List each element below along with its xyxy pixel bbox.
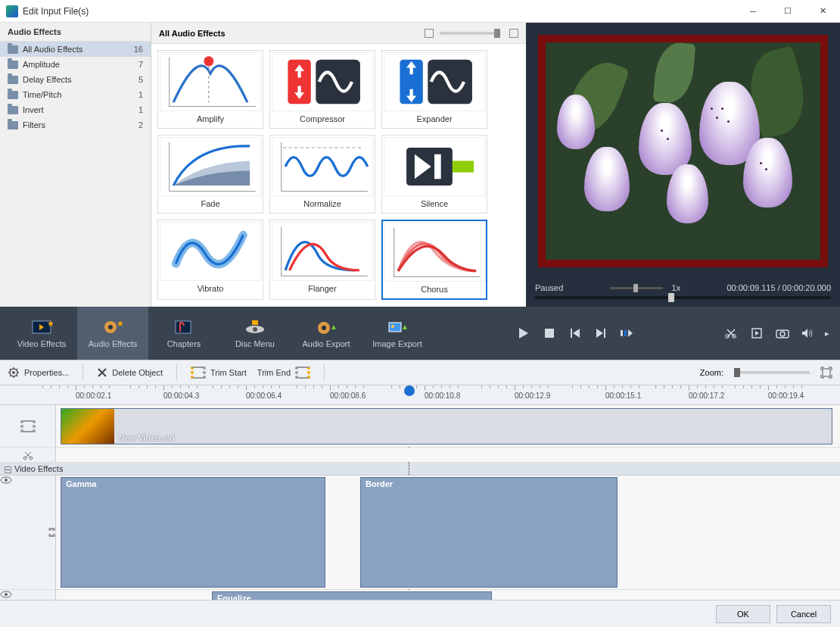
svg-marker-46 [802,329,807,338]
svg-point-55 [5,593,8,596]
svg-marker-39 [628,329,633,337]
effects-gallery: All Audio Effects AmplifyCompressorExpan… [151,23,526,307]
svg-marker-34 [573,329,580,338]
folder-icon [8,61,18,69]
stop-button[interactable] [540,324,558,342]
effect-thumb [272,52,373,111]
maximize-button[interactable]: ☐ [770,0,805,23]
svg-point-48 [12,371,15,374]
effect-track: Gamma Border [0,476,840,590]
eye-icon[interactable] [0,476,45,589]
svg-rect-49 [823,369,830,376]
speed-slider[interactable] [610,287,663,289]
effect-thumb [272,222,373,281]
time-position: 00:00:09.115 [726,283,775,292]
svg-marker-27 [331,325,336,329]
seek-bar[interactable] [535,296,831,299]
folder-icon [8,91,18,99]
effect-card-vibrato[interactable]: Vibrato [157,220,263,300]
svg-rect-36 [604,329,605,338]
svg-rect-38 [624,330,627,336]
close-button[interactable]: ✕ [805,0,840,23]
timeline: 00:00:02.100:00:04.300:00:06.400:00:08.6… [0,385,840,627]
zoom-slider[interactable] [734,371,810,374]
effect-gamma[interactable]: Gamma [61,477,325,588]
ribbon-tab-audio-export[interactable]: Audio Export [291,307,362,360]
grid-small-icon[interactable] [425,29,434,38]
preview-video[interactable] [538,35,828,267]
svg-point-26 [322,326,326,330]
step-button[interactable] [618,324,636,342]
scissors-icon [23,450,33,460]
ribbon-tab-chapters[interactable]: Chapters [148,307,219,360]
timeline-toolbar: Properties... Delete Object Trim Start T… [0,360,840,385]
titlebar: Edit Input File(s) ─ ☐ ✕ [0,0,840,23]
film-icon [20,420,36,432]
effect-border[interactable]: Border [360,477,618,588]
effect-card-compressor[interactable]: Compressor [269,50,375,129]
sidebar-item-time-pitch[interactable]: Time/Pitch1 [0,87,151,102]
cut-track [0,448,840,463]
svg-rect-33 [571,329,572,338]
fullscreen-icon[interactable] [748,324,766,342]
tab-icon: ★ [30,318,53,336]
ribbon-tab-video-effects[interactable]: ★Video Effects [6,307,77,360]
grid-large-icon[interactable] [509,29,518,38]
sidebar-item-all-audio-effects[interactable]: All Audio Effects16 [0,42,151,57]
fit-icon[interactable] [820,367,832,379]
effect-card-fade[interactable]: Fade [157,135,263,214]
minimize-button[interactable]: ─ [736,0,770,23]
film-icon [48,528,55,537]
ok-button[interactable]: OK [716,605,770,623]
cut-icon[interactable] [722,324,740,342]
sidebar-item-amplitude[interactable]: Amplitude7 [0,57,151,72]
sidebar-item-filters[interactable]: Filters2 [0,117,151,133]
effect-card-normalize[interactable]: Normalize [269,135,375,214]
ribbon: ★Video Effects★Audio EffectsChaptersDisc… [0,307,840,360]
video-effects-group[interactable]: Video Effects [0,463,840,476]
effect-thumb [160,52,261,111]
folder-icon [8,45,18,54]
video-clip[interactable]: New Video.avi [61,408,832,445]
thumbnail-size-slider[interactable] [440,32,500,35]
snapshot-icon[interactable] [773,324,792,342]
sidebar-item-invert[interactable]: Invert1 [0,102,151,117]
trim-end-button[interactable]: Trim End [257,367,310,379]
effect-card-flanger[interactable]: Flanger [269,220,375,300]
volume-icon[interactable] [799,324,817,342]
tab-icon [244,318,266,336]
effect-thumb [160,222,261,281]
properties-button[interactable]: Properties... [8,367,69,379]
svg-point-53 [5,479,8,482]
ribbon-tab-image-export[interactable]: Image Export [362,307,433,360]
svg-rect-9 [428,60,472,104]
time-ruler[interactable]: 00:00:02.100:00:04.300:00:06.400:00:08.6… [0,385,840,405]
effect-thumb [160,137,261,196]
tab-icon [386,318,409,336]
svg-text:★: ★ [47,319,53,328]
window-title: Edit Input File(s) [23,6,736,17]
cancel-button[interactable]: Cancel [776,605,831,623]
prev-button[interactable] [566,324,584,342]
sidebar-item-delay-effects[interactable]: Delay Effects5 [0,72,151,87]
trim-start-button[interactable]: Trim Start [191,367,247,379]
play-button[interactable] [515,324,533,342]
effect-card-expander[interactable]: Expander [381,50,487,129]
svg-rect-32 [545,329,554,338]
svg-text:★: ★ [117,319,124,328]
tab-icon [315,318,338,336]
delete-button[interactable]: Delete Object [97,367,163,378]
svg-rect-37 [621,330,623,336]
svg-rect-28 [389,323,401,332]
effect-card-silence[interactable]: Silence [381,135,487,214]
ribbon-tab-disc-menu[interactable]: Disc Menu [219,307,291,360]
next-button[interactable] [592,324,610,342]
svg-marker-30 [403,325,407,329]
folder-icon [8,106,18,114]
effect-card-chorus[interactable]: Chorus [381,220,487,300]
film-icon [191,367,206,379]
effects-sidebar: Audio Effects All Audio Effects16Amplitu… [0,23,151,307]
effect-card-amplify[interactable]: Amplify [157,50,263,129]
delete-icon [97,367,107,378]
ribbon-tab-audio-effects[interactable]: ★Audio Effects [77,307,148,360]
